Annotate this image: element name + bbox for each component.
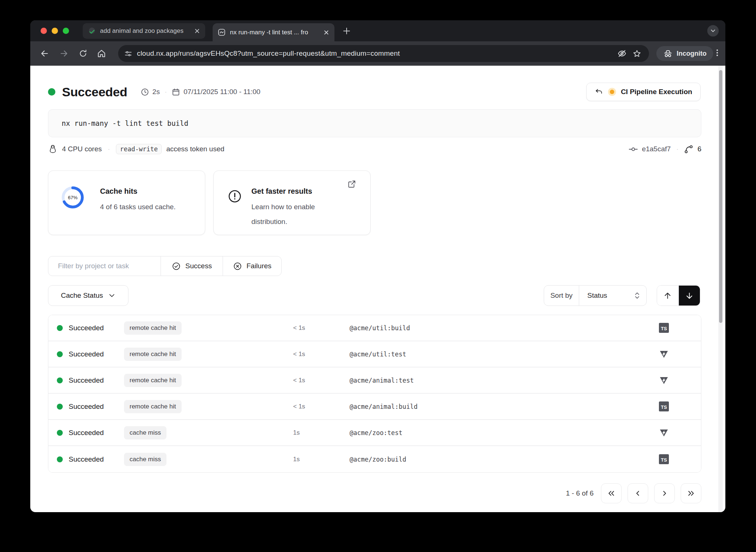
chevron-left-icon bbox=[634, 489, 642, 497]
nx-cloud-icon bbox=[218, 28, 226, 36]
distribution-title: Get faster results bbox=[251, 187, 312, 196]
row-menu-button[interactable] bbox=[699, 376, 701, 385]
cache-status-badge: remote cache hit bbox=[124, 348, 182, 361]
page-scrollbar[interactable] bbox=[718, 66, 723, 512]
filter-input-wrap bbox=[48, 256, 161, 276]
row-duration: 1s bbox=[293, 456, 300, 463]
ci-pipeline-label: CI Pipeline Execution bbox=[621, 88, 692, 96]
table-row[interactable]: Succeeded cache miss 1s @acme/zoo:build … bbox=[48, 446, 701, 472]
sort-ascending-button[interactable] bbox=[657, 286, 679, 306]
branch-count[interactable]: 6 bbox=[697, 145, 701, 153]
run-status-title: Succeeded bbox=[62, 85, 127, 99]
cache-hits-subtitle: 4 of 6 tasks used cache. bbox=[100, 200, 176, 214]
eye-off-button[interactable] bbox=[616, 47, 628, 60]
filter-success-label: Success bbox=[185, 262, 212, 270]
kebab-icon bbox=[699, 428, 701, 437]
filter-input[interactable] bbox=[58, 262, 160, 270]
cache-status-label: Cache Status bbox=[61, 291, 103, 300]
tab-nx-run[interactable]: nx run-many -t lint test ... fro bbox=[213, 23, 334, 41]
tab-pull-request[interactable]: add animal and zoo packages bbox=[83, 23, 205, 39]
previous-page-button[interactable] bbox=[628, 483, 648, 503]
tab-title: nx run-many -t lint test ... fro bbox=[230, 29, 320, 36]
svg-text:TS: TS bbox=[661, 457, 667, 463]
forward-button[interactable] bbox=[58, 47, 70, 60]
pagination-label: 1 - 6 of 6 bbox=[566, 489, 594, 497]
sort-value: Status bbox=[587, 291, 634, 300]
table-row[interactable]: Succeeded remote cache hit < 1s @acme/ut… bbox=[48, 341, 701, 368]
cache-percent: 67% bbox=[68, 195, 78, 200]
row-menu-button[interactable] bbox=[699, 350, 701, 359]
sort-direction-toggle bbox=[657, 285, 700, 306]
row-task-name: @acme/util:test bbox=[350, 351, 406, 358]
dot-separator bbox=[163, 88, 168, 96]
dot-separator bbox=[106, 145, 111, 153]
pipeline-status-dot bbox=[608, 88, 616, 96]
site-settings-icon bbox=[124, 49, 133, 58]
back-button[interactable] bbox=[38, 47, 51, 60]
address-bar[interactable]: cloud.nx.app/runs/agsvEHsQc8?utm_source=… bbox=[118, 45, 649, 62]
table-row[interactable]: Succeeded remote cache hit < 1s @acme/ut… bbox=[48, 315, 701, 341]
first-page-button[interactable] bbox=[601, 483, 622, 503]
distribution-card[interactable]: Get faster results Learn how to enable d… bbox=[213, 170, 371, 235]
status-dot bbox=[57, 404, 63, 410]
run-header: Succeeded 2s 07/11/2025 11:00 - 11:00 bbox=[48, 83, 260, 101]
window-minimize-button[interactable] bbox=[52, 28, 58, 34]
row-status-label: Succeeded bbox=[69, 403, 112, 411]
status-dot bbox=[57, 377, 63, 383]
typescript-icon: TS bbox=[659, 454, 669, 464]
next-page-button[interactable] bbox=[654, 483, 675, 503]
row-tool-icon bbox=[659, 428, 669, 438]
eye-off-icon bbox=[617, 49, 627, 58]
row-task-name: @acme/zoo:build bbox=[350, 456, 406, 463]
row-tool-icon bbox=[659, 375, 669, 385]
row-duration: < 1s bbox=[293, 403, 305, 410]
svg-text:TS: TS bbox=[661, 404, 667, 410]
new-tab-button[interactable] bbox=[342, 27, 351, 37]
table-row[interactable]: Succeeded remote cache hit < 1s @acme/an… bbox=[48, 394, 701, 420]
row-menu-button[interactable] bbox=[699, 428, 701, 437]
row-menu-button[interactable] bbox=[699, 402, 701, 411]
sort-select[interactable]: Status bbox=[579, 286, 646, 306]
cache-status-badge: remote cache hit bbox=[124, 321, 182, 335]
tab-search-button[interactable] bbox=[707, 25, 719, 37]
browser-window: add animal and zoo packages nx run-many … bbox=[30, 20, 725, 512]
tab-close-button[interactable] bbox=[323, 30, 329, 35]
status-dot bbox=[57, 456, 63, 462]
browser-toolbar: cloud.nx.app/runs/agsvEHsQc8?utm_source=… bbox=[30, 41, 725, 66]
chevron-down-icon bbox=[108, 292, 116, 299]
tab-close-button[interactable] bbox=[194, 28, 200, 34]
command-text: nx run-many -t lint test build bbox=[62, 119, 188, 127]
home-button[interactable] bbox=[95, 47, 108, 60]
table-row[interactable]: Succeeded cache miss 1s @acme/zoo:test bbox=[48, 420, 701, 446]
filter-failures-toggle[interactable]: Failures bbox=[223, 256, 281, 276]
row-menu-button[interactable] bbox=[699, 324, 701, 332]
arrow-down-icon bbox=[685, 291, 694, 300]
cache-status-dropdown[interactable]: Cache Status bbox=[48, 285, 128, 306]
table-row[interactable]: Succeeded remote cache hit < 1s @acme/an… bbox=[48, 368, 701, 394]
row-menu-button[interactable] bbox=[699, 455, 701, 464]
close-icon bbox=[323, 30, 329, 35]
cache-hits-card[interactable]: 67% Cache hits 4 of 6 tasks used cache. bbox=[48, 170, 205, 235]
window-close-button[interactable] bbox=[41, 28, 47, 34]
filter-success-toggle[interactable]: Success bbox=[161, 256, 223, 276]
sort-descending-button[interactable] bbox=[679, 286, 700, 306]
incognito-badge[interactable]: Incognito bbox=[656, 46, 713, 61]
arrow-up-icon bbox=[663, 291, 672, 300]
window-zoom-button[interactable] bbox=[63, 28, 69, 34]
linux-icon bbox=[48, 144, 58, 154]
kebab-icon bbox=[699, 350, 701, 359]
last-page-button[interactable] bbox=[681, 483, 701, 503]
bookmark-button[interactable] bbox=[630, 47, 643, 60]
distribution-subtitle-1: Learn how to enable bbox=[251, 200, 315, 214]
x-circle-icon bbox=[233, 262, 242, 271]
clock-icon bbox=[141, 88, 149, 96]
ci-pipeline-button[interactable]: CI Pipeline Execution bbox=[586, 83, 701, 101]
status-dot bbox=[48, 88, 55, 96]
vitest-icon bbox=[659, 375, 669, 385]
home-icon bbox=[97, 49, 106, 58]
reload-button[interactable] bbox=[77, 47, 89, 60]
scrollbar-thumb[interactable] bbox=[719, 70, 722, 323]
row-task-name: @acme/util:build bbox=[350, 324, 410, 332]
commit-hash[interactable]: e1a5caf7 bbox=[642, 145, 671, 153]
browser-menu-button[interactable] bbox=[712, 48, 722, 59]
